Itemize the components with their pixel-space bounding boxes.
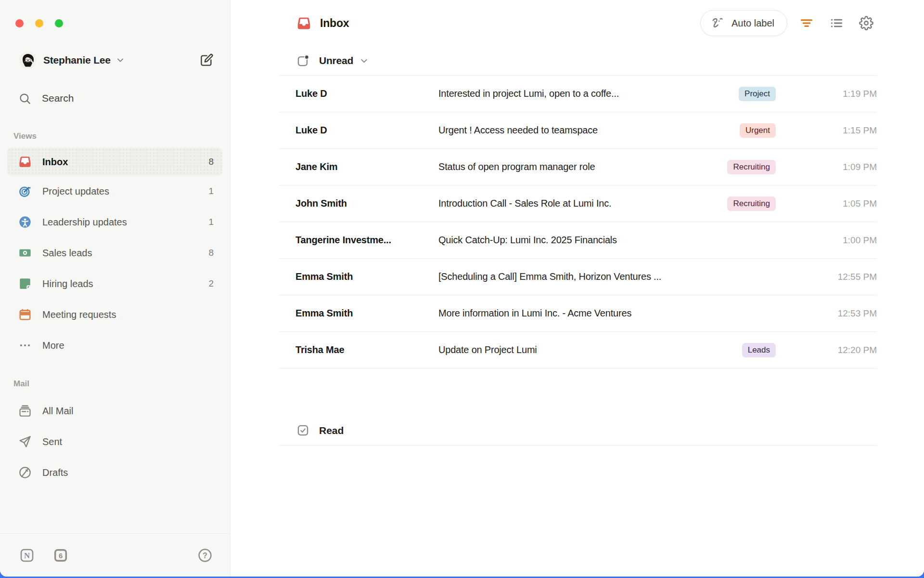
sidebar-item-label: Leadership updates	[42, 217, 127, 228]
email-subject: Quick Catch-Up: Lumi Inc. 2025 Financial…	[438, 235, 814, 246]
email-time: 1:00 PM	[814, 235, 877, 246]
read-checkbox-icon	[296, 424, 309, 437]
svg-text:N: N	[24, 551, 30, 560]
email-row[interactable]: Jane Kim Status of open program manager …	[279, 149, 877, 185]
list-view-icon[interactable]	[826, 13, 847, 34]
email-sender: Emma Smith	[295, 308, 438, 319]
unread-count: 1	[208, 217, 214, 227]
avatar	[19, 52, 37, 69]
money-icon	[18, 246, 32, 260]
email-sender: Trisha Mae	[295, 344, 438, 355]
sidebar-footer: N 6 ?	[0, 533, 230, 577]
notion-logo-icon[interactable]: N	[19, 548, 35, 563]
archive-icon	[18, 404, 32, 418]
email-subject: Update on Project Lumi	[438, 344, 742, 355]
unread-count: 2	[208, 278, 214, 289]
account-switcher[interactable]: Stephanie Lee	[0, 52, 230, 69]
email-row[interactable]: Emma Smith More information in Lumi Inc.…	[279, 295, 877, 332]
settings-gear-icon[interactable]	[856, 13, 877, 34]
read-group-header[interactable]: Read	[279, 416, 877, 446]
calendar-app-icon[interactable]: 6	[53, 548, 68, 563]
sidebar-item-project-updates[interactable]: Project updates 1	[0, 176, 230, 207]
main-header: Inbox Auto label	[231, 0, 924, 46]
zoom-button[interactable]	[55, 19, 63, 27]
sidebar-item-label: Sales leads	[42, 248, 92, 259]
unread-count: 1	[208, 186, 214, 197]
email-subject: More information in Lumi Inc. - Acme Ven…	[438, 308, 814, 319]
sidebar-item-inbox[interactable]: Inbox 8	[7, 148, 222, 176]
search-label: Search	[42, 92, 74, 104]
label-badge[interactable]: Recruiting	[727, 197, 776, 211]
email-row[interactable]: Tangerine Investme... Quick Catch-Up: Lu…	[279, 222, 877, 259]
group-label: Unread	[319, 55, 353, 66]
search-icon	[18, 92, 31, 105]
email-subject: Interested in project Lumi, open to a co…	[438, 88, 739, 99]
compose-icon[interactable]	[199, 53, 214, 67]
mail-section-label: Mail	[0, 379, 230, 389]
sidebar-item-more[interactable]: More	[0, 330, 230, 361]
search-button[interactable]: Search	[0, 89, 230, 107]
label-badge[interactable]: Project	[739, 87, 776, 101]
mail-nav: All Mail Sent Drafts	[0, 395, 230, 488]
email-row[interactable]: John Smith Introduction Call - Sales Rol…	[279, 185, 877, 222]
email-time: 12:55 PM	[814, 272, 877, 282]
filter-icon[interactable]	[796, 13, 817, 34]
email-row[interactable]: Trisha Mae Update on Project Lumi Leads …	[279, 332, 877, 368]
auto-label-button[interactable]: Auto label	[700, 10, 787, 36]
unread-count: 8	[208, 157, 214, 167]
help-icon[interactable]: ?	[197, 548, 213, 563]
auto-label-icon	[710, 16, 725, 30]
unread-count: 8	[208, 248, 214, 258]
email-row[interactable]: Luke D Urgent ! Access needed to teamspa…	[279, 112, 877, 149]
email-sender: Tangerine Investme...	[295, 235, 438, 246]
sidebar-item-sales-leads[interactable]: Sales leads 8	[0, 237, 230, 268]
chevron-down-icon	[359, 56, 369, 66]
sidebar-item-label: Inbox	[42, 157, 68, 168]
minimize-button[interactable]	[35, 19, 43, 27]
email-time: 1:09 PM	[814, 162, 877, 172]
email-sender: Emma Smith	[295, 271, 438, 282]
sidebar-item-label: Hiring leads	[42, 278, 93, 289]
sidebar-item-label: Drafts	[42, 467, 68, 478]
app-window: Stephanie Lee Search Views	[0, 0, 924, 577]
traffic-lights	[0, 0, 230, 27]
account-name: Stephanie Lee	[43, 54, 111, 66]
sidebar-item-label: Meeting requests	[42, 309, 116, 320]
sidebar-item-sent[interactable]: Sent	[0, 426, 230, 457]
email-sender: Jane Kim	[295, 161, 438, 172]
email-time: 12:20 PM	[814, 345, 877, 355]
target-icon	[18, 184, 32, 198]
unread-group-header[interactable]: Unread	[279, 46, 877, 76]
sidebar-item-label: All Mail	[42, 406, 73, 417]
email-sender: Luke D	[295, 88, 438, 99]
label-badge[interactable]: Recruiting	[727, 160, 776, 174]
calendar-icon	[18, 308, 32, 321]
sidebar-item-meeting-requests[interactable]: Meeting requests	[0, 299, 230, 330]
main-panel: Inbox Auto label	[231, 0, 924, 577]
inbox-icon	[296, 16, 311, 31]
email-row[interactable]: Emma Smith [Scheduling a Call] Emma Smit…	[279, 259, 877, 295]
sidebar-item-leadership-updates[interactable]: Leadership updates 1	[0, 207, 230, 237]
ellipsis-icon	[18, 339, 32, 352]
label-badge[interactable]: Urgent	[740, 123, 776, 138]
unread-status-icon	[296, 54, 309, 67]
pencil-circle-icon	[18, 466, 32, 479]
sidebar-item-label: Project updates	[42, 186, 109, 197]
email-sender: John Smith	[295, 198, 438, 209]
chevron-down-icon	[116, 55, 125, 65]
svg-text:?: ?	[203, 551, 207, 559]
email-time: 12:53 PM	[814, 308, 877, 319]
email-row[interactable]: Luke D Interested in project Lumi, open …	[279, 76, 877, 112]
sidebar-item-drafts[interactable]: Drafts	[0, 457, 230, 488]
close-button[interactable]	[15, 19, 24, 27]
sidebar-item-label: Sent	[42, 436, 62, 447]
views-nav: Inbox 8 Project updates 1	[0, 148, 230, 361]
email-time: 1:19 PM	[814, 89, 877, 99]
inbox-icon	[18, 155, 32, 169]
sidebar-item-all-mail[interactable]: All Mail	[0, 395, 230, 426]
svg-text:6: 6	[59, 552, 63, 560]
email-subject: Status of open program manager role	[438, 161, 727, 172]
sidebar-item-hiring-leads[interactable]: Hiring leads 2	[0, 268, 230, 299]
label-badge[interactable]: Leads	[742, 343, 776, 357]
views-section-label: Views	[0, 131, 230, 141]
